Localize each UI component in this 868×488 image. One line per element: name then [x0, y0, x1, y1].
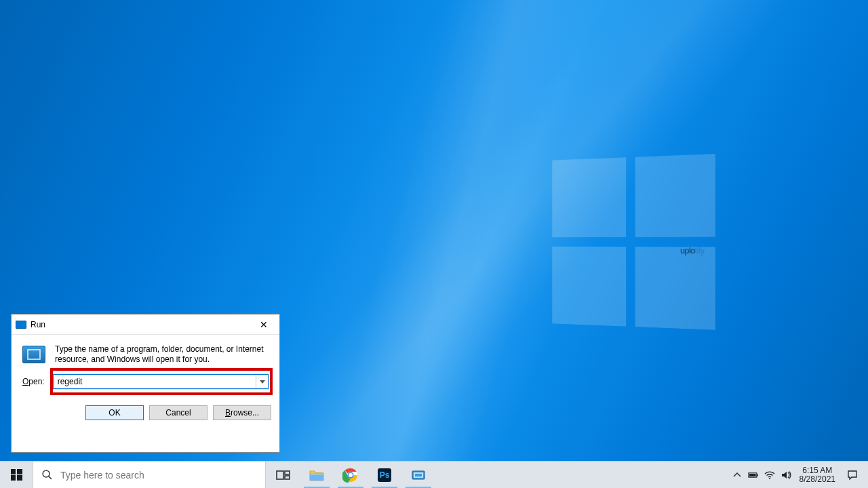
file-explorer-button[interactable] [300, 462, 334, 488]
svg-point-16 [769, 478, 770, 479]
taskbar-clock[interactable]: 6:15 AM 8/28/2021 [794, 466, 841, 484]
run-app-icon [16, 321, 26, 329]
run-title-bar[interactable]: Run ✕ [12, 314, 279, 335]
task-buttons: Ps [266, 462, 435, 488]
folder-icon [309, 467, 325, 483]
svg-rect-2 [277, 471, 283, 479]
battery-icon [748, 470, 759, 481]
run-dialog: Run ✕ Type the name of a program, folder… [11, 314, 280, 453]
svg-rect-3 [285, 471, 290, 474]
task-view-icon [275, 467, 291, 483]
svg-text:Ps: Ps [380, 470, 390, 480]
svg-rect-4 [285, 476, 290, 479]
chevron-down-icon[interactable] [256, 375, 268, 388]
open-combobox[interactable] [53, 374, 269, 389]
clock-date: 8/28/2021 [800, 475, 835, 484]
search-icon [33, 469, 60, 481]
battery-button[interactable] [745, 470, 762, 481]
cancel-button[interactable]: Cancel [149, 405, 208, 420]
ok-button[interactable]: OK [85, 405, 144, 420]
wifi-icon [764, 470, 775, 481]
browse-button[interactable]: Browse... [213, 405, 271, 420]
tray-overflow-button[interactable] [729, 470, 745, 481]
run-description: Type the name of a program, folder, docu… [55, 344, 269, 365]
chrome-icon [342, 467, 359, 483]
open-input[interactable] [54, 375, 256, 388]
svg-rect-15 [749, 474, 756, 476]
svg-rect-5 [310, 474, 323, 481]
desktop-wallpaper: uplotify Run ✕ Type the name of a progra… [0, 0, 868, 488]
action-center-button[interactable] [841, 470, 864, 481]
run-dialog-icon [22, 346, 45, 363]
photoshop-icon: Ps [376, 467, 393, 483]
run-taskbar-icon [410, 467, 427, 483]
taskbar: Type here to search [0, 461, 868, 488]
svg-line-1 [48, 476, 51, 479]
windows-start-icon [11, 469, 22, 481]
chevron-up-icon [732, 470, 743, 481]
start-button[interactable] [0, 462, 33, 488]
clock-time: 6:15 AM [800, 466, 835, 475]
task-view-button[interactable] [266, 462, 300, 488]
svg-rect-14 [757, 474, 758, 476]
system-tray: 6:15 AM 8/28/2021 [729, 462, 868, 488]
notification-icon [847, 470, 858, 481]
search-placeholder: Type here to search [60, 470, 144, 481]
open-label: Open: [22, 377, 45, 386]
photoshop-button[interactable]: Ps [368, 462, 401, 488]
svg-point-0 [43, 470, 50, 477]
wifi-button[interactable] [762, 470, 778, 481]
run-taskbar-button[interactable] [401, 462, 435, 488]
watermark-text: uplotify [680, 224, 704, 261]
svg-point-8 [349, 473, 353, 477]
taskbar-search[interactable]: Type here to search [33, 462, 266, 488]
speaker-icon [781, 470, 791, 481]
run-title: Run [31, 320, 248, 329]
volume-button[interactable] [778, 470, 794, 481]
chrome-button[interactable] [334, 462, 368, 488]
close-icon[interactable]: ✕ [248, 314, 279, 335]
